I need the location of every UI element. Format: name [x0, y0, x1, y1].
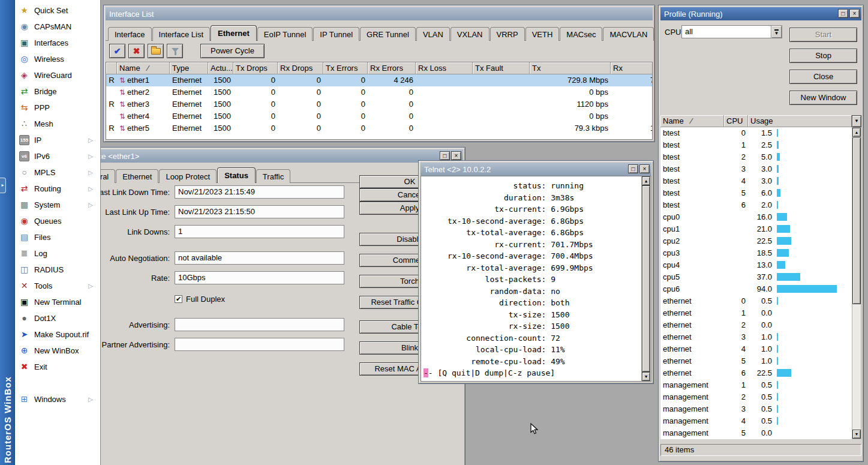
telnet-titlebar[interactable]: Telnet <2> 10.0.2.2 □ ×: [421, 163, 651, 176]
sidebar-item-dot1x[interactable]: ●Dot1X: [15, 310, 100, 326]
field-value-last-link-up-time[interactable]: Nov/21/2023 21:15:50: [175, 205, 344, 218]
profile-row[interactable]: management40.5: [660, 415, 852, 427]
checkbox[interactable]: ✔: [175, 295, 182, 303]
profile-row[interactable]: cpu537.0: [660, 271, 852, 283]
profile-row[interactable]: btest56.0: [660, 187, 852, 199]
sidebar-item-capsman[interactable]: ◉CAPsMAN: [15, 19, 100, 35]
sidebar-collapse-handle[interactable]: ▸: [0, 178, 6, 193]
scrollbar-thumb[interactable]: [642, 185, 650, 372]
column-header-rx-errors[interactable]: Rx Errors: [368, 62, 416, 74]
profile-row[interactable]: ethernet10.0: [660, 307, 852, 319]
telnet-scrollbar[interactable]: ▲ ▼: [641, 176, 651, 381]
sidebar-item-bridge[interactable]: ⇄Bridge: [15, 83, 100, 100]
profile-row[interactable]: btest01.5: [660, 127, 852, 139]
column-header-rx[interactable]: Rx: [611, 62, 653, 74]
sidebar-item-mpls[interactable]: ○MPLS▷: [15, 164, 100, 181]
start-button[interactable]: Start: [789, 28, 857, 42]
interface-row[interactable]: ⇅ether2Ethernet150000000 bps: [106, 86, 652, 98]
filter-button[interactable]: [167, 44, 183, 58]
profile-row[interactable]: cpu121.0: [660, 223, 852, 235]
column-header-cpu[interactable]: CPU: [724, 115, 748, 127]
sidebar-item-log[interactable]: ≣Log: [15, 245, 100, 262]
profile-scrollbar[interactable]: ▲ ▼: [852, 127, 861, 439]
profile-row[interactable]: cpu222.5: [660, 235, 852, 247]
disable-button[interactable]: ✖: [128, 44, 145, 58]
sidebar-item-radius[interactable]: ◫RADIUS: [15, 262, 100, 278]
profile-row[interactable]: cpu413.0: [660, 259, 852, 271]
profile-row[interactable]: cpu318.5: [660, 247, 852, 259]
tab-ethernet[interactable]: Ethernet: [116, 169, 158, 183]
tab-vxlan[interactable]: VXLAN: [450, 27, 489, 41]
field-value-link-downs[interactable]: 1: [175, 225, 344, 238]
tab-traffic[interactable]: Traffic: [256, 169, 290, 183]
sidebar-item-make-supout-rif[interactable]: ➤Make Supout.rif: [15, 326, 100, 343]
close-icon[interactable]: ×: [639, 164, 650, 173]
profile-row[interactable]: btest25.0: [660, 151, 852, 163]
stop-button[interactable]: Stop: [789, 49, 857, 63]
column-header-tx[interactable]: Tx: [530, 62, 611, 74]
scrollbar-thumb[interactable]: [852, 137, 861, 304]
profile-row[interactable]: btest33.0: [660, 163, 852, 175]
interface-row[interactable]: R⇅ether1Ethernet15000004 246729.8 Mbps7: [106, 74, 652, 86]
scroll-up-icon[interactable]: ▲: [852, 128, 861, 137]
telnet-terminal[interactable]: status: running duration: 3m38s tx-curre…: [421, 176, 651, 382]
interface-row[interactable]: ⇅ether4Ethernet150000000 bps: [106, 110, 652, 122]
tab-interface[interactable]: Interface: [108, 27, 152, 41]
column-header-rx-loss[interactable]: Rx Loss: [416, 62, 473, 74]
profile-row[interactable]: btest43.0: [660, 175, 852, 187]
column-select-button[interactable]: ▼: [852, 115, 861, 127]
profile-row[interactable]: ethernet51.0: [660, 355, 852, 367]
tab-ethernet[interactable]: Ethernet: [211, 25, 257, 41]
field-value-rate[interactable]: 10Gbps: [175, 271, 344, 284]
tab-ip-tunnel[interactable]: IP Tunnel: [313, 27, 359, 41]
sidebar-item-new-terminal[interactable]: ▣New Terminal: [15, 294, 100, 310]
tab-vrrp[interactable]: VRRP: [490, 27, 525, 41]
field-value-last-link-down-time[interactable]: Nov/21/2023 21:15:49: [175, 185, 344, 199]
column-header-name[interactable]: Name∕: [117, 62, 170, 74]
sidebar-item-new-winbox[interactable]: ⊕New WinBox: [15, 343, 100, 359]
new-window-button[interactable]: New Window: [789, 91, 857, 105]
column-header-flags[interactable]: [106, 62, 117, 74]
power-cycle-button[interactable]: Power Cycle: [200, 44, 265, 58]
comment-button[interactable]: [148, 44, 164, 58]
interface-detail-titlebar[interactable]: Interface <ether1> □ ×: [72, 149, 463, 163]
sidebar-item-queues[interactable]: ◉Queues: [15, 213, 100, 229]
interface-list-titlebar[interactable]: Interface List: [106, 7, 653, 20]
profile-row[interactable]: btest62.0: [660, 199, 852, 211]
tab-vlan[interactable]: VLAN: [416, 27, 450, 41]
field-value-advertising[interactable]: [175, 318, 344, 331]
sidebar-item-routing[interactable]: ⇄Routing▷: [15, 181, 100, 197]
sidebar-item-windows[interactable]: ⊞Windows▷: [15, 391, 100, 407]
maximize-icon[interactable]: □: [440, 151, 450, 160]
field-value-partner-advertising[interactable]: [175, 338, 344, 351]
enable-button[interactable]: ✔: [109, 44, 125, 58]
profile-row[interactable]: btest12.5: [660, 139, 852, 151]
column-header-usage[interactable]: Usage: [748, 115, 852, 127]
combo-dropdown-button[interactable]: ▼: [771, 26, 782, 38]
tab-eoip-tunnel[interactable]: EoIP Tunnel: [257, 27, 313, 41]
column-header-rx-drops[interactable]: Rx Drops: [278, 62, 323, 74]
profile-row[interactable]: ethernet20.0: [660, 319, 852, 331]
tab-veth[interactable]: VETH: [525, 27, 560, 41]
tab-loop-protect[interactable]: Loop Protect: [159, 169, 217, 183]
profile-titlebar[interactable]: Profile (Running) □ ×: [660, 7, 861, 20]
profile-row[interactable]: ethernet41.0: [660, 343, 852, 355]
scroll-down-icon[interactable]: ▼: [852, 430, 861, 439]
column-header-tx-drops[interactable]: Tx Drops: [233, 62, 278, 74]
tab-status[interactable]: Status: [217, 167, 256, 183]
profile-row[interactable]: management20.5: [660, 391, 852, 403]
sidebar-item-wireless[interactable]: ◎Wireless: [15, 51, 100, 67]
sidebar-item-wireguard[interactable]: ◈WireGuard: [15, 67, 100, 83]
close-button[interactable]: Close: [789, 70, 857, 84]
sidebar-item-tools[interactable]: ✕Tools▷: [15, 278, 100, 294]
profile-row[interactable]: cpu694.0: [660, 283, 852, 295]
close-icon[interactable]: ×: [451, 151, 461, 160]
profile-row[interactable]: management30.5: [660, 403, 852, 415]
tab-interface-list[interactable]: Interface List: [152, 27, 210, 41]
sidebar-item-system[interactable]: ▦System▷: [15, 197, 100, 213]
tab-macsec[interactable]: MACsec: [560, 27, 602, 41]
profile-row[interactable]: cpu016.0: [660, 211, 852, 223]
column-header-actu[interactable]: Actu...: [208, 62, 233, 74]
sidebar-item-quick-set[interactable]: ★Quick Set: [15, 2, 100, 19]
field-value-auto-negotiation[interactable]: not available: [175, 251, 344, 265]
